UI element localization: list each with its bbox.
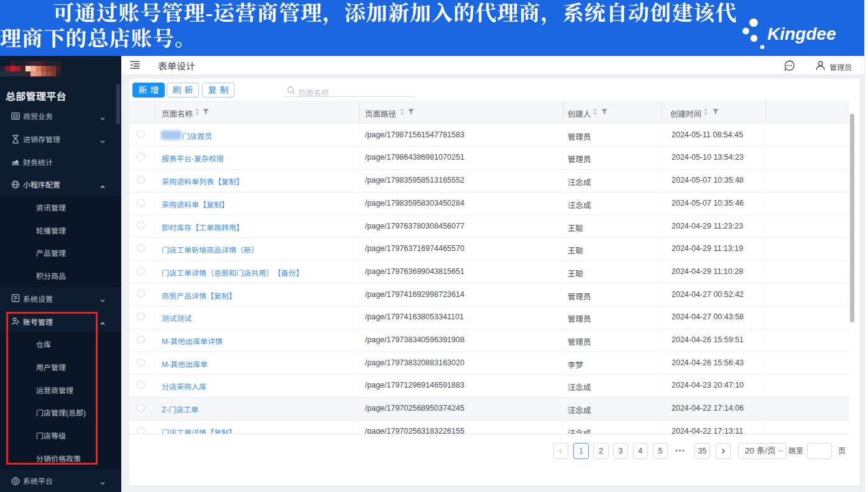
svg-text:Kingdee: Kingdee (767, 24, 836, 43)
